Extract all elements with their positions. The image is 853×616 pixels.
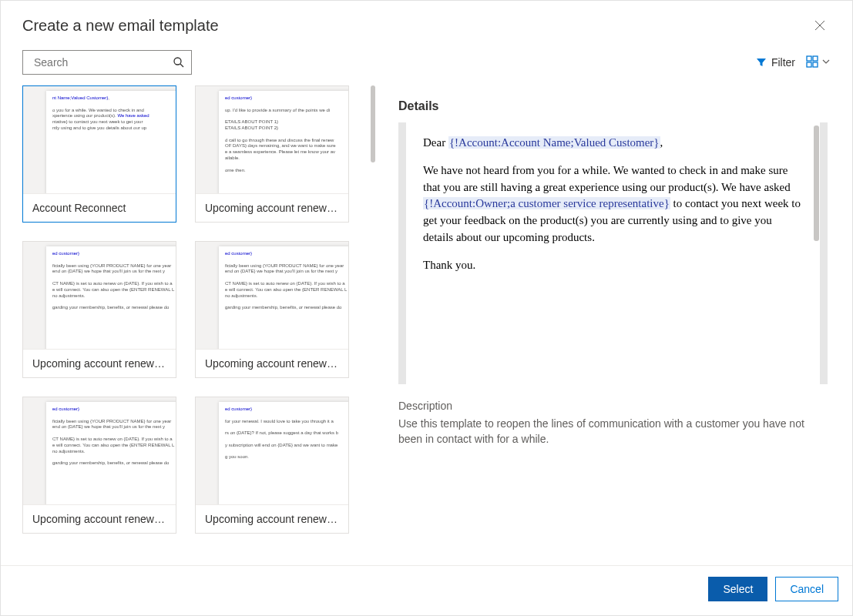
- description-text: Use this template to reopen the lines of…: [398, 417, 828, 447]
- main: nt Name;Valued Customer},o you for a whi…: [1, 85, 852, 565]
- template-thumbnail: ed customer}ficially been using {YOUR PR…: [23, 242, 176, 350]
- preview-closing: Thank you.: [423, 257, 803, 274]
- template-thumbnail: ed customer}ficially been using {YOUR PR…: [196, 242, 348, 350]
- preview-body: We have not heard from you for a while. …: [423, 162, 803, 246]
- template-thumbnail: nt Name;Valued Customer},o you for a whi…: [23, 86, 176, 194]
- svg-rect-3: [813, 56, 818, 61]
- svg-rect-5: [813, 62, 818, 67]
- preview-content: Dear {!Account:Account Name;Valued Custo…: [406, 122, 820, 384]
- template-label: Upcoming account renewa...: [196, 505, 348, 533]
- template-thumbnail: ed customer}up. I'd like to provide a su…: [196, 86, 348, 194]
- template-label: Upcoming account renewa...: [196, 194, 348, 222]
- description-label: Description: [398, 400, 828, 412]
- template-label: Account Reconnect: [23, 194, 176, 222]
- chevron-down-icon: [821, 56, 831, 69]
- merge-field: {!Account:Account Name;Valued Customer}: [448, 136, 660, 149]
- preview-text: We have not heard from you for a while. …: [423, 164, 791, 193]
- template-thumbnail: ed customer}ficially been using {YOUR PR…: [23, 397, 176, 505]
- cancel-button[interactable]: Cancel: [775, 577, 838, 601]
- view-toggle[interactable]: [806, 55, 831, 70]
- dialog-header: Create a new email template: [1, 1, 852, 45]
- search-icon: [173, 56, 185, 69]
- scrollbar[interactable]: [371, 85, 375, 162]
- merge-field: {!Account:Owner;a customer service repre…: [423, 197, 670, 209]
- template-label: Upcoming account renewa...: [23, 350, 176, 377]
- toolbar-right: Filter: [756, 55, 831, 70]
- dialog-title: Create a new email template: [22, 17, 219, 35]
- template-thumbnail: ed customer}for your renewal. I would lo…: [196, 397, 348, 505]
- grid-view-icon: [806, 55, 818, 70]
- template-card[interactable]: nt Name;Valued Customer},o you for a whi…: [22, 85, 176, 223]
- template-card[interactable]: ed customer}ficially been using {YOUR PR…: [22, 241, 176, 378]
- close-button[interactable]: [809, 15, 831, 36]
- search-input[interactable]: [34, 56, 173, 69]
- preview-text: Dear: [423, 136, 448, 149]
- template-card[interactable]: ed customer}ficially been using {YOUR PR…: [22, 397, 176, 534]
- svg-rect-4: [807, 62, 811, 67]
- template-label: Upcoming account renewa...: [23, 505, 176, 533]
- preview-box: Dear {!Account:Account Name;Valued Custo…: [398, 122, 828, 384]
- preview-text: ,: [660, 136, 663, 149]
- search-box[interactable]: [22, 50, 192, 75]
- close-icon: [814, 20, 825, 31]
- template-label: Upcoming account renewa...: [196, 350, 348, 377]
- svg-rect-2: [807, 56, 811, 61]
- preview-greeting: Dear {!Account:Account Name;Valued Custo…: [423, 135, 803, 152]
- details-heading: Details: [398, 99, 828, 113]
- select-button[interactable]: Select: [708, 577, 767, 601]
- filter-icon: [756, 57, 767, 68]
- template-grid: nt Name;Valued Customer},o you for a whi…: [22, 85, 380, 549]
- svg-point-0: [174, 58, 181, 65]
- filter-label: Filter: [771, 56, 795, 69]
- template-card[interactable]: ed customer}ficially been using {YOUR PR…: [195, 241, 349, 378]
- toolbar: Filter: [1, 45, 852, 85]
- svg-line-1: [180, 64, 183, 67]
- template-card[interactable]: ed customer}up. I'd like to provide a su…: [195, 85, 349, 223]
- filter-button[interactable]: Filter: [756, 56, 795, 69]
- details-pane: Details Dear {!Account:Account Name;Valu…: [380, 85, 852, 565]
- template-list-pane: nt Name;Valued Customer},o you for a whi…: [1, 85, 380, 565]
- dialog: Create a new email template Filter: [0, 0, 853, 616]
- template-card[interactable]: ed customer}for your renewal. I would lo…: [195, 397, 349, 534]
- preview-scrollbar[interactable]: [814, 126, 819, 241]
- dialog-footer: Select Cancel: [1, 565, 852, 615]
